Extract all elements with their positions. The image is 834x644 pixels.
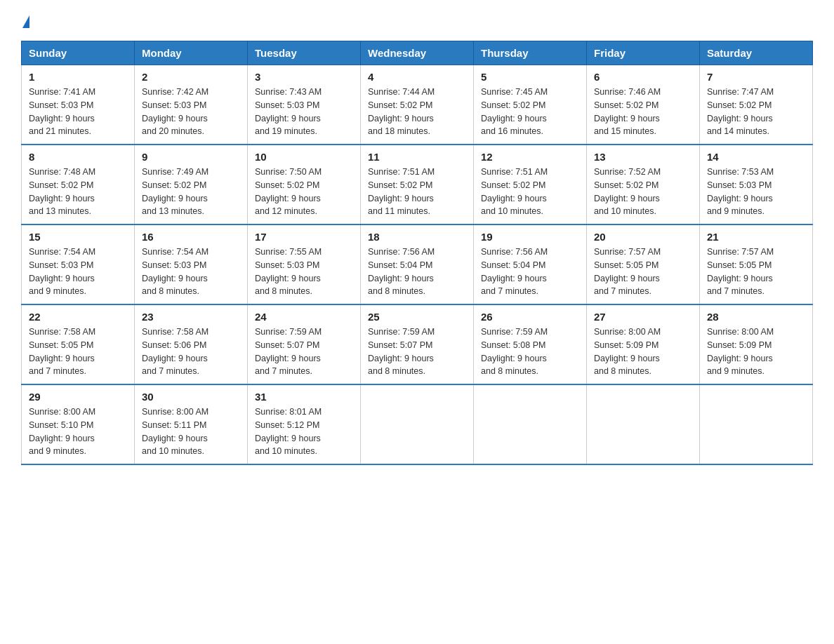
day-header-sunday: Sunday: [22, 41, 135, 65]
day-info: Sunrise: 7:58 AM Sunset: 5:05 PM Dayligh…: [29, 326, 127, 378]
day-number: 20: [594, 231, 692, 243]
day-info: Sunrise: 7:51 AM Sunset: 5:02 PM Dayligh…: [368, 166, 466, 218]
calendar-cell: 23 Sunrise: 7:58 AM Sunset: 5:06 PM Dayl…: [135, 304, 248, 384]
day-info: Sunrise: 7:48 AM Sunset: 5:02 PM Dayligh…: [29, 166, 127, 218]
day-header-friday: Friday: [587, 41, 700, 65]
calendar-week-row: 1 Sunrise: 7:41 AM Sunset: 5:03 PM Dayli…: [22, 65, 813, 145]
day-number: 22: [29, 311, 127, 323]
calendar-cell: 15 Sunrise: 7:54 AM Sunset: 5:03 PM Dayl…: [22, 224, 135, 304]
day-info: Sunrise: 7:56 AM Sunset: 5:04 PM Dayligh…: [481, 246, 579, 298]
day-info: Sunrise: 7:59 AM Sunset: 5:07 PM Dayligh…: [368, 326, 466, 378]
calendar-body: 1 Sunrise: 7:41 AM Sunset: 5:03 PM Dayli…: [22, 65, 813, 465]
day-info: Sunrise: 7:57 AM Sunset: 5:05 PM Dayligh…: [594, 246, 692, 298]
day-number: 25: [368, 311, 466, 323]
day-number: 13: [594, 151, 692, 163]
day-info: Sunrise: 7:44 AM Sunset: 5:02 PM Dayligh…: [368, 86, 466, 138]
day-info: Sunrise: 8:00 AM Sunset: 5:09 PM Dayligh…: [707, 326, 805, 378]
day-info: Sunrise: 7:54 AM Sunset: 5:03 PM Dayligh…: [29, 246, 127, 298]
day-number: 7: [707, 71, 805, 83]
calendar-cell: 18 Sunrise: 7:56 AM Sunset: 5:04 PM Dayl…: [361, 224, 474, 304]
day-number: 17: [255, 231, 353, 243]
day-info: Sunrise: 7:43 AM Sunset: 5:03 PM Dayligh…: [255, 86, 353, 138]
day-number: 3: [255, 71, 353, 83]
day-number: 24: [255, 311, 353, 323]
calendar-header: SundayMondayTuesdayWednesdayThursdayFrid…: [22, 41, 813, 65]
day-info: Sunrise: 7:46 AM Sunset: 5:02 PM Dayligh…: [594, 86, 692, 138]
calendar-cell: 3 Sunrise: 7:43 AM Sunset: 5:03 PM Dayli…: [248, 65, 361, 145]
day-info: Sunrise: 7:50 AM Sunset: 5:02 PM Dayligh…: [255, 166, 353, 218]
calendar-cell: 14 Sunrise: 7:53 AM Sunset: 5:03 PM Dayl…: [700, 145, 813, 224]
day-info: Sunrise: 7:57 AM Sunset: 5:05 PM Dayligh…: [707, 246, 805, 298]
calendar-cell: 26 Sunrise: 7:59 AM Sunset: 5:08 PM Dayl…: [474, 304, 587, 384]
calendar-cell: 13 Sunrise: 7:52 AM Sunset: 5:02 PM Dayl…: [587, 145, 700, 224]
day-number: 6: [594, 71, 692, 83]
logo: [21, 14, 29, 27]
calendar-cell: 5 Sunrise: 7:45 AM Sunset: 5:02 PM Dayli…: [474, 65, 587, 145]
day-info: Sunrise: 7:52 AM Sunset: 5:02 PM Dayligh…: [594, 166, 692, 218]
day-number: 4: [368, 71, 466, 83]
day-info: Sunrise: 7:59 AM Sunset: 5:07 PM Dayligh…: [255, 326, 353, 378]
calendar-cell: 6 Sunrise: 7:46 AM Sunset: 5:02 PM Dayli…: [587, 65, 700, 145]
day-number: 18: [368, 231, 466, 243]
calendar-cell: [700, 384, 813, 464]
calendar-cell: 17 Sunrise: 7:55 AM Sunset: 5:03 PM Dayl…: [248, 224, 361, 304]
day-info: Sunrise: 7:53 AM Sunset: 5:03 PM Dayligh…: [707, 166, 805, 218]
calendar-cell: 29 Sunrise: 8:00 AM Sunset: 5:10 PM Dayl…: [22, 384, 135, 464]
day-number: 29: [29, 391, 127, 403]
day-info: Sunrise: 7:42 AM Sunset: 5:03 PM Dayligh…: [142, 86, 240, 138]
calendar-week-row: 15 Sunrise: 7:54 AM Sunset: 5:03 PM Dayl…: [22, 224, 813, 304]
day-info: Sunrise: 7:49 AM Sunset: 5:02 PM Dayligh…: [142, 166, 240, 218]
day-number: 1: [29, 71, 127, 83]
day-number: 12: [481, 151, 579, 163]
day-header-thursday: Thursday: [474, 41, 587, 65]
calendar-cell: 9 Sunrise: 7:49 AM Sunset: 5:02 PM Dayli…: [135, 145, 248, 224]
day-number: 27: [594, 311, 692, 323]
calendar-cell: 30 Sunrise: 8:00 AM Sunset: 5:11 PM Dayl…: [135, 384, 248, 464]
calendar-cell: 4 Sunrise: 7:44 AM Sunset: 5:02 PM Dayli…: [361, 65, 474, 145]
day-info: Sunrise: 7:56 AM Sunset: 5:04 PM Dayligh…: [368, 246, 466, 298]
day-number: 19: [481, 231, 579, 243]
day-info: Sunrise: 8:00 AM Sunset: 5:11 PM Dayligh…: [142, 405, 240, 458]
calendar-cell: [361, 384, 474, 464]
day-info: Sunrise: 7:54 AM Sunset: 5:03 PM Dayligh…: [142, 246, 240, 298]
day-info: Sunrise: 7:58 AM Sunset: 5:06 PM Dayligh…: [142, 326, 240, 378]
calendar-cell: [587, 384, 700, 464]
day-number: 10: [255, 151, 353, 163]
day-header-monday: Monday: [135, 41, 248, 65]
day-number: 9: [142, 151, 240, 163]
day-number: 31: [255, 391, 353, 403]
calendar-cell: 21 Sunrise: 7:57 AM Sunset: 5:05 PM Dayl…: [700, 224, 813, 304]
day-info: Sunrise: 7:59 AM Sunset: 5:08 PM Dayligh…: [481, 326, 579, 378]
calendar-cell: [474, 384, 587, 464]
day-info: Sunrise: 7:41 AM Sunset: 5:03 PM Dayligh…: [29, 86, 127, 138]
calendar-week-row: 8 Sunrise: 7:48 AM Sunset: 5:02 PM Dayli…: [22, 145, 813, 224]
calendar-cell: 12 Sunrise: 7:51 AM Sunset: 5:02 PM Dayl…: [474, 145, 587, 224]
day-header-wednesday: Wednesday: [361, 41, 474, 65]
calendar-cell: 28 Sunrise: 8:00 AM Sunset: 5:09 PM Dayl…: [700, 304, 813, 384]
day-header-saturday: Saturday: [700, 41, 813, 65]
calendar-cell: 20 Sunrise: 7:57 AM Sunset: 5:05 PM Dayl…: [587, 224, 700, 304]
day-number: 5: [481, 71, 579, 83]
calendar-cell: 1 Sunrise: 7:41 AM Sunset: 5:03 PM Dayli…: [22, 65, 135, 145]
day-number: 23: [142, 311, 240, 323]
days-of-week-row: SundayMondayTuesdayWednesdayThursdayFrid…: [22, 41, 813, 65]
day-number: 14: [707, 151, 805, 163]
calendar-cell: 25 Sunrise: 7:59 AM Sunset: 5:07 PM Dayl…: [361, 304, 474, 384]
day-header-tuesday: Tuesday: [248, 41, 361, 65]
calendar-cell: 7 Sunrise: 7:47 AM Sunset: 5:02 PM Dayli…: [700, 65, 813, 145]
day-info: Sunrise: 7:45 AM Sunset: 5:02 PM Dayligh…: [481, 86, 579, 138]
day-info: Sunrise: 8:01 AM Sunset: 5:12 PM Dayligh…: [255, 405, 353, 458]
calendar-cell: 10 Sunrise: 7:50 AM Sunset: 5:02 PM Dayl…: [248, 145, 361, 224]
day-number: 15: [29, 231, 127, 243]
day-number: 21: [707, 231, 805, 243]
logo-triangle-icon: [22, 15, 29, 28]
day-info: Sunrise: 7:51 AM Sunset: 5:02 PM Dayligh…: [481, 166, 579, 218]
calendar-cell: 27 Sunrise: 8:00 AM Sunset: 5:09 PM Dayl…: [587, 304, 700, 384]
calendar-cell: 19 Sunrise: 7:56 AM Sunset: 5:04 PM Dayl…: [474, 224, 587, 304]
calendar-cell: 24 Sunrise: 7:59 AM Sunset: 5:07 PM Dayl…: [248, 304, 361, 384]
day-number: 8: [29, 151, 127, 163]
calendar-cell: 2 Sunrise: 7:42 AM Sunset: 5:03 PM Dayli…: [135, 65, 248, 145]
day-info: Sunrise: 7:55 AM Sunset: 5:03 PM Dayligh…: [255, 246, 353, 298]
day-info: Sunrise: 7:47 AM Sunset: 5:02 PM Dayligh…: [707, 86, 805, 138]
day-info: Sunrise: 8:00 AM Sunset: 5:09 PM Dayligh…: [594, 326, 692, 378]
